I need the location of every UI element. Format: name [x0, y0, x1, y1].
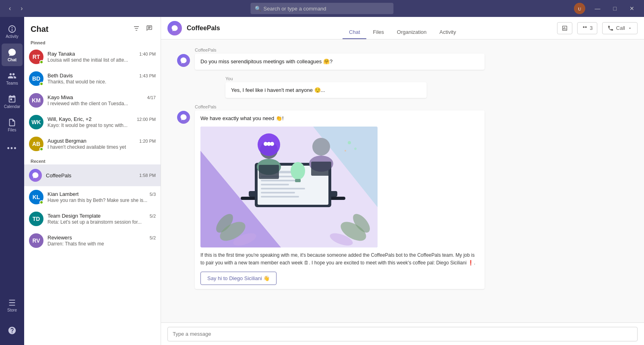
reviewers-avatar-wrap: RV — [29, 233, 43, 248]
call-button[interactable]: Call — [602, 22, 638, 34]
tab-activity[interactable]: Activity — [433, 26, 462, 39]
chat-item-kian[interactable]: KL Kian Lambert 5/3 Have you ran this by… — [24, 186, 161, 208]
call-label: Call — [616, 25, 625, 31]
reviewers-name: Reviewers — [47, 235, 72, 241]
teamdesign-avatar: TD — [29, 212, 43, 226]
sidebar-help-button[interactable] — [2, 319, 23, 342]
august-time: 1:20 PM — [139, 139, 156, 143]
nav-forward-button[interactable]: › — [18, 3, 25, 14]
message-reply-group: You Yes, I feel like i haven't met anyon… — [177, 76, 628, 98]
will-preview: Kayo: It would be great to sync with... — [47, 123, 156, 128]
chat-item-ray-tanaka[interactable]: RT Ray Tanaka 1:40 PM Louisa will send t… — [24, 46, 161, 68]
svg-point-19 — [312, 138, 330, 156]
beth-name: Beth Davis — [47, 73, 73, 79]
msg3-avatar — [177, 111, 190, 124]
kian-preview: Have you ran this by Beth? Make sure she… — [47, 197, 156, 203]
message-group-1: CoffeePals Do you miss serendipitous mee… — [177, 48, 628, 70]
titlebar-search[interactable]: 🔍 Search or type a command — [251, 3, 394, 14]
cta-button[interactable]: Say hi to Diego Siciliani 👋 — [200, 272, 277, 285]
chat-list-panel: Chat Pinned RT Ray Tanaka 1:40 PM — [24, 17, 161, 345]
svg-point-28 — [348, 141, 351, 144]
svg-text:U: U — [578, 6, 581, 11]
svg-rect-18 — [259, 165, 279, 179]
tab-organization[interactable]: Organization — [390, 26, 433, 39]
more-dots-icon: ••• — [7, 144, 17, 153]
sidebar-activity-label: Activity — [6, 34, 19, 39]
svg-rect-27 — [295, 179, 301, 182]
user-avatar[interactable]: U — [574, 3, 585, 14]
nav-back-button[interactable]: ‹ — [6, 3, 13, 14]
close-button[interactable]: ✕ — [626, 4, 638, 13]
members-button[interactable]: 3 — [577, 22, 597, 34]
chat-input-area — [161, 322, 644, 345]
popout-button[interactable] — [557, 22, 572, 34]
sidebar-item-calendar[interactable]: Calendar — [2, 90, 23, 113]
ray-info: Ray Tanaka 1:40 PM Louisa will send the … — [47, 51, 156, 63]
chat-main: CoffeePals Chat Files Organization Activ… — [161, 17, 644, 345]
new-chat-button[interactable] — [144, 23, 154, 35]
beth-avatar-wrap: BD — [29, 71, 43, 86]
teamdesign-avatar-wrap: TD — [29, 212, 43, 226]
msg3-sender: CoffeePals — [195, 104, 628, 109]
svg-point-26 — [291, 162, 305, 180]
sidebar-item-store[interactable]: Store — [2, 296, 23, 318]
sidebar-item-chat[interactable]: Chat — [2, 44, 23, 66]
sidebar-teams-label: Teams — [6, 81, 18, 85]
sidebar-store-label: Store — [7, 308, 17, 312]
chat-list-title: Chat — [31, 25, 48, 34]
kayo-avatar-wrap: KM — [29, 93, 43, 108]
minimize-button[interactable]: — — [592, 4, 604, 13]
chat-header: CoffeePals Chat Files Organization Activ… — [161, 17, 644, 39]
reviewers-avatar: RV — [29, 233, 43, 248]
svg-point-30 — [345, 150, 346, 152]
reply-text: Yes, I feel like i haven't met anyone 😌.… — [231, 87, 325, 93]
august-info: August Bergman 1:20 PM I haven't checked… — [47, 138, 156, 150]
sidebar-item-teams[interactable]: Teams — [2, 67, 23, 89]
august-status-dot — [39, 147, 43, 151]
coffeepals-avatar-wrap — [29, 169, 42, 182]
coffeepals-info: CoffeePals 1:58 PM — [46, 172, 156, 179]
filter-chats-button[interactable] — [132, 23, 141, 35]
kian-time: 5/3 — [150, 192, 156, 197]
will-info: Will, Kayo, Eric, +2 12:00 PM Kayo: It w… — [47, 116, 156, 128]
kayo-name: Kayo Miwa — [47, 94, 73, 100]
sidebar-item-more[interactable]: ••• — [2, 137, 23, 160]
chat-list-header: Chat — [24, 17, 161, 38]
chat-header-title: CoffeePals — [187, 25, 220, 32]
msg3-bubble: We have exactly what you need 👏! — [195, 110, 485, 289]
svg-rect-15 — [261, 196, 299, 197]
svg-rect-14 — [261, 192, 295, 193]
msg1-sender: CoffeePals — [195, 48, 628, 52]
chat-input[interactable] — [167, 327, 638, 341]
chat-item-coffeepals[interactable]: CoffeePals 1:58 PM — [24, 164, 161, 186]
beth-status-dot — [39, 82, 43, 86]
sidebar-item-files[interactable]: Files — [2, 114, 23, 136]
sidebar-item-activity[interactable]: Activity — [2, 20, 23, 43]
chat-item-will-group[interactable]: WK Will, Kayo, Eric, +2 12:00 PM Kayo: I… — [24, 111, 161, 133]
august-name: August Bergman — [47, 138, 87, 144]
reviewers-preview: Darren: Thats fine with me — [47, 241, 156, 247]
tab-chat[interactable]: Chat — [343, 26, 366, 39]
coffeepals-time: 1:58 PM — [139, 173, 156, 178]
chat-item-august[interactable]: AB August Bergman 1:20 PM I haven't chec… — [24, 133, 161, 155]
chat-item-kayo-miwa[interactable]: KM Kayo Miwa 4/17 I reviewed with the cl… — [24, 89, 161, 111]
svg-rect-12 — [261, 184, 289, 185]
will-name: Will, Kayo, Eric, +2 — [47, 116, 91, 122]
chat-item-reviewers[interactable]: RV Reviewers 5/2 Darren: Thats fine with… — [24, 230, 161, 251]
kian-name: Kian Lambert — [47, 191, 78, 197]
beth-time: 1:43 PM — [139, 73, 156, 78]
reviewers-time: 5/2 — [150, 235, 156, 240]
beth-preview: Thanks, that would be nice. — [47, 79, 156, 85]
search-placeholder: Search or type a command — [264, 6, 326, 12]
svg-rect-21 — [311, 162, 331, 176]
chat-list-header-actions — [132, 23, 154, 35]
tab-files[interactable]: Files — [367, 26, 390, 39]
chat-item-team-design[interactable]: TD Team Design Template 5/2 Reta: Let's … — [24, 208, 161, 230]
chat-item-beth-davis[interactable]: BD Beth Davis 1:43 PM Thanks, that would… — [24, 68, 161, 89]
ray-preview: Louisa will send the initial list of att… — [47, 57, 156, 63]
maximize-button[interactable]: □ — [610, 4, 620, 13]
chat-messages[interactable]: CoffeePals Do you miss serendipitous mee… — [161, 39, 644, 322]
chat-header-avatar — [167, 21, 182, 35]
titlebar-nav: ‹ › — [6, 3, 25, 14]
svg-point-25 — [270, 142, 274, 146]
